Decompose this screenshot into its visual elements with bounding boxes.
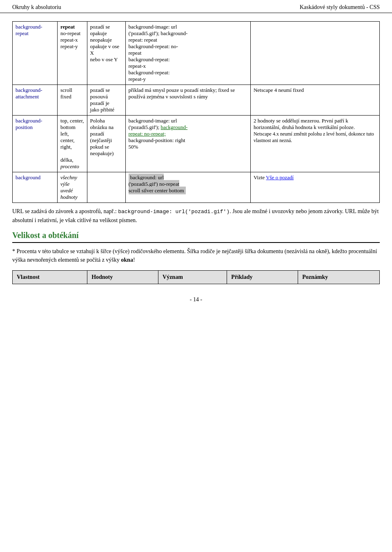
col-header-property: Vlastnost — [13, 270, 87, 284]
notes-cell: Vizte Vše o pozadí — [250, 172, 379, 203]
page-header: Okruhy k absolutoriu Kaskádové styly dok… — [0, 0, 392, 13]
section-heading: Velikost a obtékání — [12, 231, 380, 240]
highlighted-example: background: url ('pozadi5.gif') no-repea… — [129, 174, 186, 194]
css-properties-table: background-repeat repeat no-repeat repea… — [12, 21, 380, 203]
url-note-text1: URL se zadává do závorek a apostrofů, na… — [12, 208, 118, 214]
section-note: * Procenta v této tabulce se vztahují k … — [12, 247, 380, 264]
property-link[interactable]: background — [16, 174, 40, 180]
url-note-code: background-image: url('pozadi.gif') — [118, 209, 229, 215]
table-row: background-attachment scroll fixed pozad… — [13, 85, 380, 116]
header-right: Kaskádové styly dokumentů - CSS — [300, 4, 380, 11]
property-link[interactable]: background-position — [16, 118, 42, 130]
values-cell: všechny výše uvedé hodnoty — [58, 172, 87, 203]
col-header-notes: Poznámky — [298, 270, 380, 284]
examples-cell: background-image: url ('pozadi5.gif'); b… — [125, 116, 250, 172]
col-header-examples: Příklady — [227, 270, 298, 284]
col-header-meaning: Význam — [158, 270, 227, 284]
table-row: background všechny výše uvedé hodnoty ba… — [13, 172, 380, 203]
property-link[interactable]: background-attachment — [16, 87, 42, 100]
property-cell: background-repeat — [13, 22, 58, 85]
table-row: background-position top, center, bottom … — [13, 116, 380, 172]
property-link[interactable]: background-repeat — [16, 24, 42, 36]
col-header-values: Hodnoty — [87, 270, 158, 284]
values-cell: repeat no-repeat repeat-x repeat-y — [58, 22, 87, 85]
meaning-cell: pozadí se posouvá pozadí je jako přibité — [87, 85, 125, 116]
notes-cell — [250, 22, 379, 85]
notes-cell: 2 hodnoty se oddělují mezerou. První pat… — [250, 116, 379, 172]
main-content: background-repeat repeat no-repeat repea… — [0, 13, 392, 288]
section-note-end: ! — [133, 257, 135, 263]
footer-text: - 14 - — [190, 296, 202, 303]
examples-cell: příklad má smysl pouze u pozadí stránky;… — [125, 85, 250, 116]
property-cell: background-attachment — [13, 85, 58, 116]
bottom-table: Vlastnost Hodnoty Význam Příklady Poznám… — [12, 270, 380, 284]
section-note-text: * Procenta v této tabulce se vztahují k … — [12, 248, 377, 263]
property-cell: background — [13, 172, 58, 203]
meaning-cell: Poloha obrázku na pozadí (nejčastěji pok… — [87, 116, 125, 172]
values-cell: top, center, bottom left, center, right,… — [58, 116, 87, 172]
values-cell: scroll fixed — [58, 85, 87, 116]
vse-o-pozadi-link[interactable]: Vše o pozadí — [266, 174, 294, 180]
section-note-bold: okna — [121, 257, 133, 263]
page-footer: - 14 - — [0, 288, 392, 311]
meaning-cell: pozadí se opakuje neopakuje opakuje v os… — [87, 22, 125, 85]
property-cell: background-position — [13, 116, 58, 172]
header-left: Okruhy k absolutoriu — [12, 4, 61, 11]
value-text: repeat — [60, 24, 75, 30]
url-note: URL se zadává do závorek a apostrofů, na… — [12, 207, 380, 225]
notes-cell: Netscape 4 neumí fixed — [250, 85, 379, 116]
table-row: background-repeat repeat no-repeat repea… — [13, 22, 380, 85]
meaning-cell — [87, 172, 125, 203]
examples-cell: background-image: url ('pozadi5.gif'); b… — [125, 22, 250, 85]
examples-cell: background: url ('pozadi5.gif') no-repea… — [125, 172, 250, 203]
bottom-table-header-row: Vlastnost Hodnoty Význam Příklady Poznám… — [13, 270, 380, 284]
